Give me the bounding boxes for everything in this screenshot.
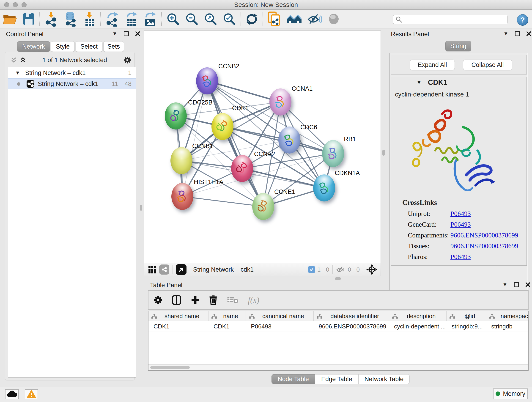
gear-icon[interactable] (153, 295, 163, 305)
collapse-panel-icon[interactable]: ▼ (502, 282, 507, 287)
crosslink-link[interactable]: P06493 (450, 210, 471, 217)
zoom-out-button[interactable] (182, 11, 201, 27)
float-panel-icon[interactable] (124, 31, 129, 36)
node-CCNE1[interactable] (252, 193, 274, 220)
collapse-panel-icon[interactable]: ▼ (503, 31, 508, 36)
node-CDK1[interactable] (211, 113, 234, 140)
crosslink-link[interactable]: P06493 (450, 253, 471, 261)
close-panel-icon[interactable] (135, 31, 140, 36)
node-RB1[interactable] (322, 140, 344, 167)
left-splitter-handle[interactable] (140, 205, 142, 211)
export-table-button[interactable] (122, 11, 141, 27)
bottom-splitter-handle[interactable] (335, 277, 341, 280)
node-CDC25B[interactable] (165, 102, 187, 129)
scrollbar-thumb[interactable] (150, 366, 190, 369)
tab-edge-table[interactable]: Edge Table (315, 374, 358, 384)
node-CCNB1[interactable] (171, 147, 192, 174)
export-image-button[interactable] (141, 11, 159, 27)
node-CDC6[interactable] (278, 127, 300, 153)
cell-name[interactable]: CDK1 (209, 321, 246, 331)
cell-canonical-name[interactable]: P06493 (246, 321, 314, 331)
cell-shared-name[interactable]: CDK1 (148, 321, 209, 331)
close-window-icon[interactable] (4, 2, 9, 7)
node-CCNB2[interactable] (196, 67, 218, 95)
cell-namespace[interactable]: stringdb (486, 321, 529, 331)
tab-style[interactable]: Style (51, 41, 75, 52)
expand-all-networks-icon[interactable] (20, 57, 26, 63)
birdseye-grid-icon[interactable] (148, 266, 156, 274)
node-CDKN1A[interactable] (313, 174, 335, 201)
tree-expand-icon[interactable]: ▼ (15, 70, 20, 75)
column-header-database-identifier[interactable]: database identifier (314, 311, 389, 321)
open-in-window-icon[interactable] (176, 264, 186, 275)
tab-network-table[interactable]: Network Table (358, 374, 410, 384)
delete-table-icon[interactable] (227, 296, 239, 304)
add-icon[interactable] (191, 295, 200, 305)
tab-string[interactable]: String (445, 41, 471, 51)
search-box[interactable] (393, 15, 507, 24)
tab-sets[interactable]: Sets (103, 41, 124, 52)
search-input[interactable] (402, 16, 501, 23)
new-network-from-selection-button[interactable] (265, 11, 284, 27)
save-session-button[interactable] (20, 11, 38, 27)
tab-node-table[interactable]: Node Table (272, 374, 315, 384)
zoom-in-button[interactable] (164, 11, 182, 27)
float-panel-icon[interactable] (514, 282, 519, 287)
table-row[interactable]: CDK1CDK1P064939606.ENSP00000378699cyclin… (148, 321, 528, 332)
pan-crosshair-icon[interactable] (366, 264, 377, 275)
import-table-file-button[interactable] (81, 11, 99, 27)
cell--id[interactable]: stringdb:9... (447, 321, 486, 331)
tab-select[interactable]: Select (76, 41, 102, 52)
edge-HIST1H1A-CCNE1[interactable] (182, 196, 263, 206)
import-network-database-button[interactable] (60, 11, 81, 27)
column-header-canonical-name[interactable]: canonical name (246, 311, 314, 321)
node-CCNA1[interactable] (269, 89, 291, 115)
close-panel-icon[interactable] (525, 282, 530, 287)
zoom-selected-button[interactable] (220, 11, 239, 27)
horizontal-scrollbar[interactable] (148, 364, 528, 370)
first-neighbors-button[interactable] (284, 11, 305, 27)
crosslink-link[interactable]: 9606.ENSP00000378699 (450, 231, 518, 239)
network-options-gear-icon[interactable] (123, 56, 131, 64)
tab-network[interactable]: Network (17, 41, 50, 52)
maximize-window-icon[interactable] (22, 2, 27, 7)
help-button[interactable]: ? (517, 14, 528, 26)
import-network-file-button[interactable] (42, 11, 60, 27)
share-network-icon[interactable] (159, 264, 169, 274)
zoom-fit-button[interactable] (201, 11, 220, 27)
network-row-selected[interactable]: String Network – cdk1 11 48 (8, 78, 136, 89)
close-panel-icon[interactable] (526, 31, 531, 36)
cell-database-identifier[interactable]: 9606.ENSP00000378699 (314, 321, 389, 331)
refresh-view-button[interactable] (243, 11, 261, 27)
edge-CCNB2-CCNA1[interactable] (207, 81, 280, 102)
crosslink-link[interactable]: 9606.ENSP00000378699 (450, 242, 518, 250)
hide-selected-button[interactable] (305, 11, 325, 27)
column-header--id[interactable]: @id (447, 311, 486, 321)
crosslink-link[interactable]: P06493 (450, 221, 471, 228)
network-canvas[interactable]: CCNB2 CCNA1 CDC25B CDK1 CDC6 (144, 31, 380, 263)
column-header-namespace[interactable]: namespace (486, 311, 529, 321)
selected-checkbox-icon[interactable] (308, 266, 315, 273)
delete-icon[interactable] (209, 295, 218, 305)
node-HIST1H1A[interactable] (171, 183, 193, 210)
memory-button[interactable]: Memory (493, 389, 528, 399)
collapse-all-networks-icon[interactable] (11, 57, 17, 63)
network-collection-row[interactable]: ▼ String Network – cdk1 1 (8, 67, 136, 78)
warning-status-button[interactable] (25, 389, 38, 399)
cloud-status-button[interactable] (5, 389, 19, 399)
export-network-button[interactable] (103, 11, 122, 27)
edge-CCNB2-CCNE1[interactable] (207, 81, 263, 206)
function-builder-icon[interactable]: f(x) (248, 295, 259, 305)
column-header-name[interactable]: name (209, 311, 246, 321)
collapse-panel-icon[interactable]: ▼ (112, 31, 117, 36)
section-collapse-icon[interactable]: ▼ (417, 80, 422, 85)
collapse-all-button[interactable]: Collapse All (463, 60, 512, 70)
cdk1-section-header[interactable]: ▼ CDK1 (391, 77, 526, 88)
minimize-window-icon[interactable] (13, 2, 18, 7)
open-session-button[interactable] (0, 11, 20, 27)
show-all-button[interactable] (325, 11, 343, 27)
cell-description[interactable]: cyclin-dependent ... (389, 321, 447, 331)
expand-all-button[interactable]: Expand All (410, 60, 455, 70)
node-CCNA2[interactable] (231, 155, 253, 182)
column-header-shared-name[interactable]: shared name (148, 311, 209, 321)
